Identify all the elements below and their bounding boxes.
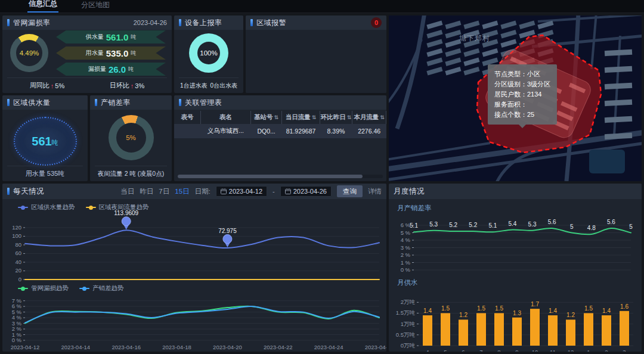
filter-15日[interactable]: 15日: [175, 187, 189, 196]
title-accent-bar: [95, 99, 97, 106]
panel-title: 月度情况: [394, 187, 425, 197]
tab-分区地图[interactable]: 分区地图: [80, 0, 111, 13]
meter-table: 表号表名基站号⇅当日流量⇅环比昨日⇅本月流量⇅ 义乌市城西...DQ0...81…: [174, 111, 386, 138]
table-row[interactable]: 义乌市城西...DQ0...81.9296878.39%2276.46: [174, 124, 386, 138]
column-header-本月流量[interactable]: 本月流量⇅: [352, 111, 386, 124]
svg-text:1.5: 1.5: [441, 305, 450, 312]
sort-icon[interactable]: ⇅: [274, 114, 279, 120]
svg-text:0.5万吨: 0.5万吨: [396, 331, 415, 338]
svg-text:1.2: 1.2: [566, 312, 575, 318]
column-header-表名: 表名: [201, 111, 251, 124]
tab-信息汇总[interactable]: 信息汇总: [27, 0, 58, 13]
badge-value: 535.0: [106, 48, 129, 58]
svg-text:40: 40: [15, 259, 21, 265]
svg-text:5.1: 5.1: [410, 222, 418, 229]
comparison-value: 3%: [135, 82, 144, 89]
badge-unit: 吨: [131, 49, 136, 57]
comparison-label: 周同比: [30, 81, 49, 90]
date-to-input[interactable]: 2023-04-26: [280, 186, 332, 197]
svg-text:2: 2: [605, 349, 608, 352]
svg-text:1.4: 1.4: [549, 308, 557, 314]
svg-text:2023-04-22: 2023-04-22: [264, 344, 293, 350]
svg-text:6: 6: [462, 349, 465, 352]
svg-text:1.5: 1.5: [584, 305, 593, 312]
quick-filters: 当日昨日7日15日: [120, 187, 189, 196]
tooltip-line: 服务面积：: [494, 100, 550, 110]
comparison-value: 5%: [55, 82, 64, 89]
svg-text:120: 120: [12, 224, 21, 231]
pipe-loss-donut-wrap: 4.49%: [2, 34, 56, 72]
device-report-donut: 100%: [189, 33, 228, 73]
title-accent-bar: [7, 188, 10, 195]
filter-昨日[interactable]: 昨日: [140, 187, 153, 196]
daily-loss-chart: 0 %1 %2 %3 %4 %5 %6 %7 %2023-04-122023-0…: [5, 294, 384, 351]
filter-当日[interactable]: 当日: [120, 187, 134, 196]
badge-unit: 吨: [131, 33, 136, 41]
svg-text:1.4: 1.4: [602, 308, 611, 314]
legend-item-区域供水量趋势[interactable]: 区域供水量趋势: [18, 203, 75, 212]
comparison-stat: 日环比↑3%: [110, 81, 144, 90]
panel-title: 区域报警: [256, 18, 286, 28]
svg-text:1 %: 1 %: [401, 259, 411, 266]
sort-icon[interactable]: ⇅: [380, 114, 385, 120]
sort-icon[interactable]: ⇅: [347, 114, 352, 120]
svg-text:2023-04-14: 2023-04-14: [61, 344, 91, 350]
map-village-label: 塘下郑村: [459, 33, 490, 44]
panel-pipe-loss-header: 管网漏损率 2023-04-26: [2, 15, 172, 30]
legend-label: 区域供水量趋势: [31, 203, 75, 212]
legend-item-管网漏损趋势[interactable]: 管网漏损趋势: [18, 284, 69, 293]
legend-label: 产销差趋势: [92, 284, 124, 293]
panel-title: 产销差率: [101, 98, 131, 108]
sort-icon[interactable]: ⇅: [312, 114, 317, 120]
up-arrow-icon: ↑: [131, 82, 134, 89]
filter-7日[interactable]: 7日: [159, 187, 169, 196]
svg-text:3 %: 3 %: [401, 244, 411, 251]
svg-text:9: 9: [515, 349, 518, 352]
meter-table-head: 表号表名基站号⇅当日流量⇅环比昨日⇅本月流量⇅: [174, 111, 386, 124]
monthly-supply-label: 月供水: [397, 278, 642, 287]
column-header-环比昨日[interactable]: 环比昨日⇅: [320, 111, 352, 124]
svg-text:1.3: 1.3: [513, 310, 521, 316]
panel-title: 关联管理表: [185, 98, 222, 108]
svg-text:0 %: 0 %: [12, 337, 22, 343]
date-from-input[interactable]: 2023-04-12: [216, 186, 267, 197]
svg-text:3 %: 3 %: [12, 320, 22, 327]
title-accent-bar: [7, 99, 10, 106]
table-scrollbar[interactable]: [178, 175, 383, 178]
legend-marker: [18, 288, 28, 289]
svg-text:0万吨: 0万吨: [401, 342, 415, 349]
detail-link[interactable]: 详情: [368, 187, 382, 196]
legend-dot: [21, 206, 25, 210]
badge-unit: 吨: [128, 66, 134, 73]
date-from-value: 2023-04-12: [229, 188, 262, 195]
query-button[interactable]: 查询: [337, 185, 363, 197]
svg-text:1.5万吨: 1.5万吨: [396, 309, 415, 316]
legend-item-产销差趋势[interactable]: 产销差趋势: [79, 284, 124, 293]
meter-table-body: 义乌市城西...DQ0...81.9296878.39%2276.46: [174, 124, 386, 138]
flow-badge: 漏损量26.0吨: [56, 63, 166, 76]
svg-text:5: 5: [629, 223, 633, 230]
supply-footer: 用水量 535吨: [26, 169, 64, 178]
legend-marker: [86, 207, 96, 208]
title-accent-bar: [179, 99, 181, 106]
svg-text:2023-04-18: 2023-04-18: [162, 344, 191, 350]
svg-text:1.6: 1.6: [620, 303, 628, 310]
column-header-表号: 表号: [174, 111, 201, 124]
svg-text:8: 8: [497, 349, 500, 352]
table-scrollbar-thumb[interactable]: [178, 175, 363, 178]
svg-text:100: 100: [12, 232, 21, 239]
svg-text:4 %: 4 %: [401, 237, 411, 243]
pipe-loss-donut: 4.49%: [10, 34, 48, 72]
column-header-基站号[interactable]: 基站号⇅: [250, 111, 282, 124]
svg-text:10: 10: [532, 349, 538, 352]
legend-marker: [79, 288, 89, 289]
supply-value: 561: [32, 135, 51, 148]
panel-monthly: 月度情况 月产销差率 0 %1 %2 %3 %4 %5 %6 %5.15.35.…: [389, 184, 642, 352]
device-report-percent: 100%: [200, 49, 217, 57]
svg-text:20: 20: [15, 267, 21, 274]
table-cell: 2276.46: [352, 124, 386, 138]
date-label: 日期:: [195, 187, 210, 196]
svg-text:12: 12: [568, 349, 574, 352]
table-cell: [174, 124, 201, 138]
column-header-当日流量[interactable]: 当日流量⇅: [282, 111, 320, 124]
